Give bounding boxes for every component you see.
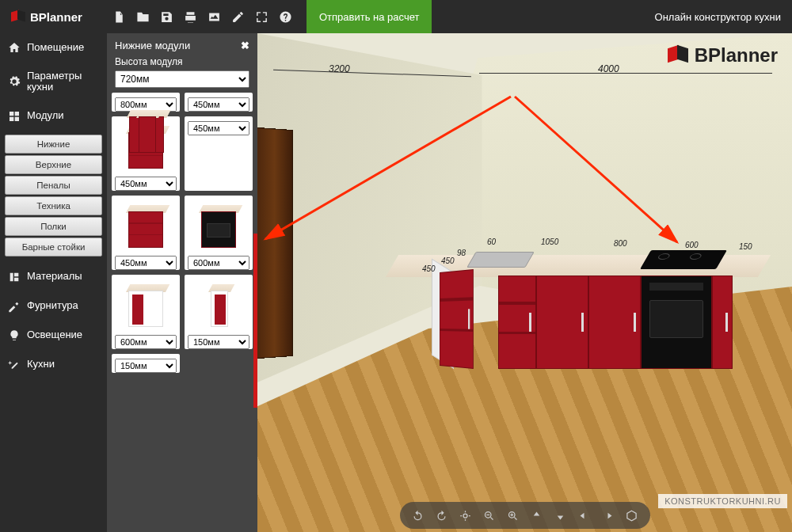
subbtn-appliances[interactable]: Техника	[5, 196, 102, 215]
base-unit-door	[588, 276, 641, 369]
module-size-select[interactable]: 450мм	[115, 177, 177, 191]
gear-icon	[8, 75, 21, 88]
hammer-icon	[8, 300, 21, 313]
module-card[interactable]: 450мм	[185, 116, 253, 191]
subbtn-shelves[interactable]: Полки	[5, 217, 102, 236]
panel-header: Нижние модули ✖	[107, 33, 257, 55]
door	[257, 127, 293, 359]
close-icon[interactable]: ✖	[241, 40, 249, 51]
panel-title: Нижние модули	[115, 40, 190, 51]
base-unit-door	[536, 276, 588, 369]
materials-icon	[8, 271, 21, 283]
modules-icon	[8, 110, 21, 123]
logo-icon	[668, 45, 688, 66]
sidebar: Помещение Параметры кухни Модули Нижние …	[0, 33, 107, 532]
send-quote-button[interactable]: Отправить на расчет	[307, 0, 432, 33]
pan-down-icon[interactable]	[550, 505, 571, 526]
base-unit-drawers	[498, 276, 536, 369]
pan-up-icon[interactable]	[527, 505, 547, 526]
edit-icon[interactable]	[226, 0, 249, 33]
topbar: BPlanner Отправить на расчет Онлайн конс…	[0, 0, 792, 33]
rotate-left-icon[interactable]	[408, 505, 428, 526]
target-icon[interactable]	[455, 505, 476, 526]
height-select-wrap: 720мм	[115, 70, 249, 88]
right-run	[498, 276, 733, 369]
subbtn-lower[interactable]: Нижние	[5, 135, 102, 154]
scrollbar-thumb[interactable]	[253, 234, 257, 408]
dim-450: 450	[422, 264, 436, 273]
image-icon[interactable]	[202, 0, 226, 33]
module-size-select[interactable]: 600мм	[115, 335, 177, 349]
zoom-in-icon[interactable]	[503, 505, 524, 526]
height-label: Высота модуля	[107, 55, 257, 70]
zoom-out-icon[interactable]	[479, 505, 500, 526]
subbtn-bar[interactable]: Барные стойки	[5, 238, 102, 256]
dim-98: 98	[457, 249, 466, 257]
module-size-select[interactable]: 450мм	[188, 97, 249, 112]
module-size-select[interactable]: 150мм	[115, 359, 177, 373]
dim-4000: 4000	[598, 63, 619, 74]
module-grid: 800мм450мм450мм450мм450мм600мм600мм150мм…	[107, 93, 257, 532]
oven-unit	[641, 276, 712, 369]
view-3d-icon[interactable]	[622, 505, 642, 526]
module-category-buttons: Нижние Верхние Пеналы Техника Полки Барн…	[0, 131, 107, 263]
fullscreen-icon[interactable]	[249, 0, 273, 33]
sidebar-item-hardware[interactable]: Фурнитура	[0, 292, 107, 321]
rotate-right-icon[interactable]	[432, 505, 452, 526]
module-size-select[interactable]: 450мм	[188, 121, 249, 135]
sidebar-item-modules[interactable]: Модули	[0, 102, 107, 131]
left-run	[440, 269, 474, 369]
sidebar-item-kitchens[interactable]: Кухни	[0, 351, 107, 380]
base-unit-drawers	[440, 269, 474, 369]
viewport-logo: BPlanner	[668, 44, 778, 66]
app-name: BPlanner	[30, 10, 82, 24]
module-size-select[interactable]: 150мм	[188, 335, 249, 349]
height-select[interactable]: 720мм	[115, 70, 249, 88]
kitchen-assembly: 60 1050 800 600 150 450 98 450	[352, 249, 780, 391]
watermark: KONSTRUKTORKUHNI.RU	[658, 494, 787, 508]
module-card[interactable]: 150мм	[185, 275, 253, 349]
app-root: BPlanner Отправить на расчет Онлайн конс…	[0, 0, 792, 532]
body: Помещение Параметры кухни Модули Нижние …	[0, 33, 792, 532]
pan-left-icon[interactable]	[574, 505, 595, 526]
subbtn-tall[interactable]: Пеналы	[5, 176, 102, 195]
module-card[interactable]: 600мм	[112, 275, 180, 349]
dim-150: 150	[739, 242, 752, 251]
bulb-icon	[8, 329, 21, 342]
sink	[466, 252, 535, 268]
dim-60: 60	[487, 238, 496, 246]
sidebar-item-room[interactable]: Помещение	[0, 33, 107, 63]
home-icon	[8, 41, 21, 54]
view-controls	[400, 502, 650, 529]
print-icon[interactable]	[178, 0, 202, 33]
module-card[interactable]: 450мм	[112, 196, 180, 270]
dim-3200: 3200	[329, 63, 350, 74]
wand-icon	[8, 359, 21, 371]
dim-600: 600	[685, 241, 699, 249]
new-file-icon[interactable]	[107, 0, 131, 33]
help-icon[interactable]	[273, 0, 297, 33]
sidebar-item-params[interactable]: Параметры кухни	[0, 63, 107, 102]
sidebar-item-lighting[interactable]: Освещение	[0, 321, 107, 351]
page-title: Онлайн конструктор кухни	[655, 0, 781, 33]
module-size-select[interactable]: 450мм	[115, 256, 177, 270]
subbtn-upper[interactable]: Верхние	[5, 155, 102, 174]
modules-panel: Нижние модули ✖ Высота модуля 720мм 800м…	[107, 33, 257, 532]
app-logo: BPlanner	[0, 10, 107, 24]
module-card[interactable]: 600мм	[185, 196, 253, 270]
viewport-3d[interactable]: BPlanner 3200 4000	[257, 33, 792, 532]
dim-line	[479, 73, 772, 74]
save-icon[interactable]	[154, 0, 178, 33]
module-size-select[interactable]: 600мм	[188, 256, 249, 270]
dim-1050: 1050	[541, 238, 558, 246]
toolbar-icons	[107, 0, 297, 33]
sidebar-item-materials[interactable]: Материалы	[0, 263, 107, 292]
pan-right-icon[interactable]	[598, 505, 619, 526]
logo-icon	[11, 10, 25, 24]
dim-450b: 450	[441, 256, 455, 265]
module-card[interactable]: 150мм	[112, 354, 180, 373]
module-card[interactable]: 450мм	[185, 93, 253, 112]
base-unit-narrow	[712, 276, 733, 369]
dim-800: 800	[614, 239, 627, 248]
open-folder-icon[interactable]	[131, 0, 154, 33]
